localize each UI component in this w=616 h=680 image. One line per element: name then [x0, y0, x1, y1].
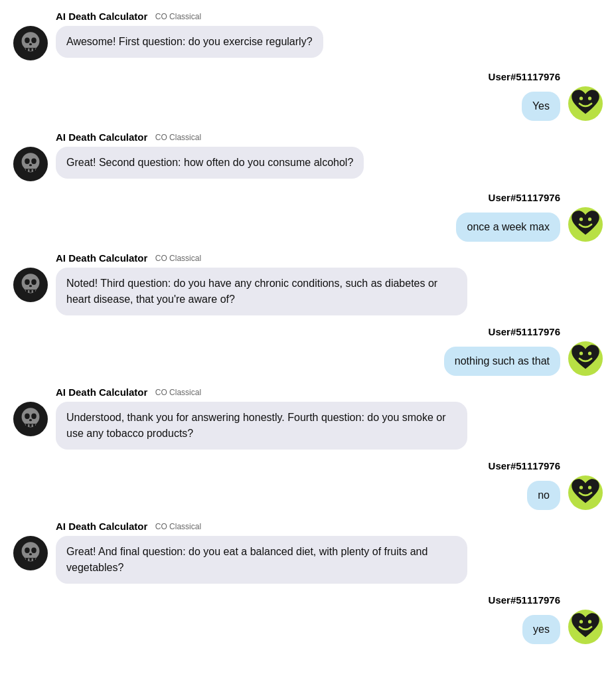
user-message-group: User#51117976 yes [13, 594, 603, 644]
bot-tag: CO Classical [153, 522, 201, 531]
svg-point-37 [29, 419, 32, 421]
bot-avatar [13, 402, 48, 436]
user-bubble: no [527, 481, 560, 510]
bot-message-group: AI Death Calculator CO Classical Great! … [13, 131, 603, 181]
chat-container: AI Death Calculator CO Classical Awesome… [0, 0, 616, 655]
bot-message-row: Awesome! First question: do you exercise… [13, 26, 323, 60]
user-message-row: nothing such as that [444, 341, 603, 376]
svg-rect-7 [33, 48, 35, 51]
svg-point-15 [29, 164, 32, 166]
bot-avatar [13, 268, 48, 302]
bot-name: AI Death Calculator [56, 11, 147, 22]
bot-tag: CO Classical [153, 12, 201, 21]
svg-rect-28 [29, 290, 31, 293]
bot-name: AI Death Calculator [56, 131, 147, 143]
bot-bubble: Awesome! First question: do you exercise… [56, 26, 323, 58]
user-name: User#51117976 [489, 460, 560, 471]
svg-point-9 [579, 97, 583, 100]
svg-point-13 [25, 159, 30, 164]
svg-rect-50 [29, 558, 31, 561]
user-avatar [568, 207, 603, 242]
bot-avatar [13, 147, 48, 181]
svg-point-20 [579, 218, 583, 221]
bot-tag: CO Classical [153, 254, 201, 263]
svg-point-24 [25, 280, 30, 285]
user-message-group: User#51117976 once a week max [13, 192, 603, 242]
bot-header: AI Death Calculator CO Classical [56, 11, 201, 22]
bot-name: AI Death Calculator [56, 386, 147, 398]
user-bubble: yes [522, 615, 560, 644]
svg-point-48 [29, 553, 32, 555]
user-bubble: once a week max [456, 212, 560, 242]
bot-message-row: Great! And final question: do you eat a … [13, 536, 467, 584]
bot-bubble: Understood, thank you for answering hone… [56, 402, 467, 450]
user-message-row: yes [522, 610, 603, 644]
user-bubble: Yes [522, 92, 560, 121]
svg-point-42 [579, 486, 583, 489]
bot-message-group: AI Death Calculator CO Classical Great! … [13, 521, 603, 584]
user-message-row: once a week max [456, 207, 603, 242]
svg-point-10 [588, 97, 591, 100]
bot-header: AI Death Calculator CO Classical [56, 131, 201, 143]
bot-avatar [13, 26, 48, 60]
svg-point-36 [31, 414, 37, 419]
svg-rect-6 [29, 48, 31, 51]
user-header: User#51117976 [489, 594, 560, 606]
bot-message-group: AI Death Calculator CO Classical Noted! … [13, 252, 603, 315]
bot-header: AI Death Calculator CO Classical [56, 386, 201, 398]
user-message-group: User#51117976 nothing such as that [13, 326, 603, 376]
user-bubble: nothing such as that [444, 347, 560, 376]
user-message-group: User#51117976 no [13, 460, 603, 510]
svg-rect-27 [26, 290, 28, 293]
bot-name: AI Death Calculator [56, 521, 147, 532]
svg-point-35 [25, 414, 30, 419]
svg-point-43 [588, 486, 591, 489]
user-avatar [568, 475, 603, 510]
user-name: User#51117976 [489, 594, 560, 606]
user-message-group: User#51117976 Yes [13, 71, 603, 121]
user-avatar [568, 610, 603, 644]
user-header: User#51117976 [489, 71, 560, 82]
svg-rect-49 [26, 558, 28, 561]
svg-rect-16 [26, 169, 28, 172]
bot-bubble: Great! And final question: do you eat a … [56, 536, 467, 584]
bot-avatar [13, 536, 48, 570]
bot-message-group: AI Death Calculator CO Classical Awesome… [13, 11, 603, 60]
bot-tag: CO Classical [153, 133, 201, 142]
svg-rect-51 [33, 558, 35, 561]
user-avatar [568, 341, 603, 376]
user-message-row: no [527, 475, 603, 510]
bot-bubble: Noted! Third question: do you have any c… [56, 268, 467, 315]
bot-tag: CO Classical [153, 388, 201, 397]
svg-point-47 [31, 548, 37, 553]
svg-point-25 [31, 280, 37, 285]
svg-rect-17 [29, 169, 31, 172]
user-name: User#51117976 [489, 192, 560, 203]
svg-point-54 [588, 620, 591, 624]
bot-message-row: Noted! Third question: do you have any c… [13, 268, 467, 315]
svg-point-4 [29, 43, 32, 45]
svg-point-32 [588, 352, 591, 355]
svg-point-46 [25, 548, 30, 553]
bot-message-row: Understood, thank you for answering hone… [13, 402, 467, 450]
svg-rect-18 [33, 169, 35, 172]
svg-rect-39 [29, 424, 31, 427]
svg-rect-38 [26, 424, 28, 427]
svg-rect-29 [33, 290, 35, 293]
bot-header: AI Death Calculator CO Classical [56, 521, 201, 532]
svg-point-3 [31, 38, 37, 43]
bot-name: AI Death Calculator [56, 252, 147, 264]
user-header: User#51117976 [489, 192, 560, 203]
svg-point-31 [579, 352, 583, 355]
svg-point-26 [29, 285, 32, 287]
user-header: User#51117976 [489, 460, 560, 471]
user-message-row: Yes [522, 86, 603, 121]
bot-message-row: Great! Second question: how often do you… [13, 147, 364, 181]
bot-bubble: Great! Second question: how often do you… [56, 147, 364, 179]
svg-rect-40 [33, 424, 35, 427]
user-name: User#51117976 [489, 71, 560, 82]
svg-point-14 [31, 159, 37, 164]
user-name: User#51117976 [489, 326, 560, 337]
user-avatar [568, 86, 603, 121]
bot-header: AI Death Calculator CO Classical [56, 252, 201, 264]
